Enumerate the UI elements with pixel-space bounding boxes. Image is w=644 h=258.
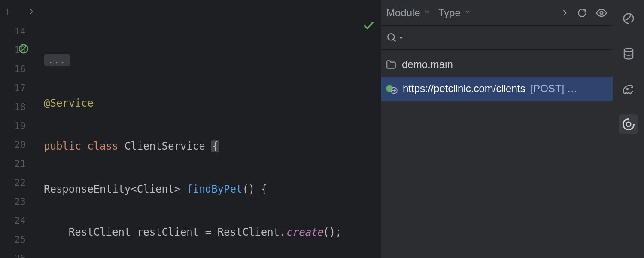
svg-point-4 [600, 11, 603, 14]
panel-search[interactable] [381, 26, 613, 50]
line-number: 1 [4, 7, 10, 18]
expand-icon[interactable] [560, 9, 569, 17]
module-folder-icon [386, 59, 397, 70]
line-number: 18 [15, 101, 26, 112]
tree-root-label: demo.main [402, 58, 453, 71]
code-text: @Service [44, 97, 94, 109]
line-number: 25 [15, 234, 26, 245]
line-gutter: 1 14 15 16 17 18 19 20 21 22 23 24 25 26 [0, 0, 41, 258]
svg-point-3 [583, 9, 586, 12]
folded-region-badge[interactable]: ... [44, 54, 70, 66]
tree-root[interactable]: demo.main [381, 52, 613, 77]
line-number: 14 [15, 26, 26, 37]
code-editor[interactable]: 1 14 15 16 17 18 19 20 21 22 23 24 25 26… [0, 0, 381, 258]
search-icon [386, 32, 398, 43]
no-entry-icon[interactable] [18, 43, 29, 57]
endpoints-tool-window: Module Type demo.main https://petclinic.… [381, 0, 613, 258]
panel-toolbar: Module Type [381, 0, 613, 26]
line-number: 20 [15, 139, 26, 150]
tree-item-endpoint[interactable]: https://petclinic.com/clients [POST] … [381, 77, 613, 101]
endpoint-method: [POST] … [530, 83, 577, 95]
eye-icon[interactable] [595, 7, 608, 19]
line-number: 26 [15, 253, 26, 258]
svg-point-10 [624, 49, 633, 52]
http-endpoint-icon [386, 83, 398, 95]
module-dropdown[interactable]: Module [386, 7, 431, 19]
line-number: 17 [15, 83, 26, 93]
gradle-tool-icon[interactable] [619, 79, 638, 99]
svg-line-1 [21, 46, 27, 52]
type-dropdown[interactable]: Type [438, 7, 471, 19]
svg-point-5 [388, 34, 394, 40]
endpoints-tree: demo.main https://petclinic.com/clients … [381, 50, 613, 258]
right-toolstrip [613, 0, 644, 258]
line-number: 22 [15, 177, 26, 188]
code-area[interactable]: ... @Service public class ClientService … [41, 0, 381, 258]
svg-line-6 [393, 39, 395, 41]
filter-icon[interactable] [577, 7, 588, 18]
inspection-ok-icon[interactable] [316, 4, 375, 49]
line-number: 19 [15, 120, 26, 131]
line-number: 21 [15, 158, 26, 169]
svg-point-11 [627, 89, 628, 90]
svg-point-12 [626, 122, 631, 126]
chevron-down-icon [464, 8, 471, 17]
line-number: 24 [15, 215, 26, 226]
spring-tool-icon[interactable] [619, 9, 638, 28]
database-tool-icon[interactable] [619, 44, 638, 64]
endpoints-tool-icon[interactable] [619, 114, 638, 134]
chevron-right-icon[interactable] [27, 6, 35, 18]
line-number: 16 [15, 64, 26, 74]
endpoint-url: https://petclinic.com/clients [403, 83, 525, 95]
caret-down-icon [398, 35, 404, 40]
svg-marker-7 [399, 37, 403, 39]
chevron-down-icon [424, 8, 431, 17]
line-number: 23 [15, 196, 26, 207]
